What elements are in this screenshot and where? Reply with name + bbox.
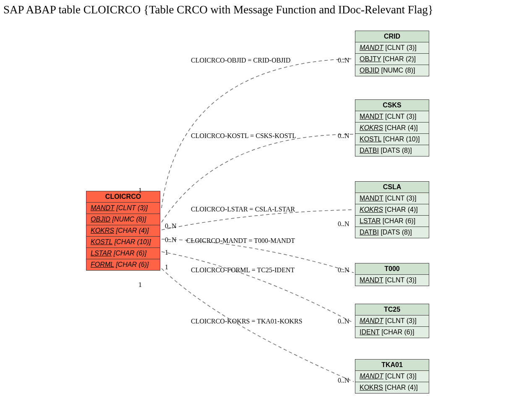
- entity-field: OBJID [NUMC (8)]: [86, 214, 160, 225]
- edge-label: CLOICRCO-FORML = TC25-IDENT: [191, 266, 295, 274]
- entity-field: KOKRS [CHAR (4)]: [355, 382, 429, 393]
- entity-header: CSLA: [355, 182, 429, 193]
- entity-header: TKA01: [355, 360, 429, 371]
- entity-csks: CSKS MANDT [CLNT (3)] KOKRS [CHAR (4)] K…: [355, 99, 429, 156]
- edge-label: CLOICRCO-MANDT = T000-MANDT: [186, 237, 295, 245]
- entity-field: MANDT [CLNT (3)]: [355, 371, 429, 382]
- cardinality: 1: [138, 187, 142, 194]
- cardinality: 0..N: [338, 318, 349, 325]
- edge-label: CLOICRCO-KOKRS = TKA01-KOKRS: [191, 318, 303, 325]
- cardinality: 0..N: [165, 236, 177, 244]
- cardinality: 0..N: [338, 220, 349, 228]
- entity-cloicrco: CLOICRCO MANDT [CLNT (3)] OBJID [NUMC (8…: [86, 191, 160, 271]
- entity-field: DATBI [DATS (8)]: [355, 145, 429, 156]
- entity-tc25: TC25 MANDT [CLNT (3)] IDENT [CHAR (6)]: [355, 304, 429, 338]
- entity-field: MANDT [CLNT (3)]: [355, 111, 429, 122]
- entity-field: KOSTL [CHAR (10)]: [86, 237, 160, 248]
- entity-field: DATBI [DATS (8)]: [355, 227, 429, 238]
- entity-tka01: TKA01 MANDT [CLNT (3)] KOKRS [CHAR (4)]: [355, 359, 429, 394]
- entity-header: CRID: [355, 31, 429, 42]
- cardinality: 0..N: [165, 222, 177, 230]
- entity-field: MANDT [CLNT (3)]: [86, 203, 160, 214]
- edge-label: CLOICRCO-LSTAR = CSLA-LSTAR: [191, 206, 295, 213]
- edge-label: CLOICRCO-KOSTL = CSKS-KOSTL: [191, 132, 296, 140]
- edge-label: CLOICRCO-OBJID = CRID-OBJID: [191, 57, 290, 64]
- entity-header: CSKS: [355, 100, 429, 111]
- cardinality: 0..N: [338, 377, 349, 384]
- entity-field: LSTAR [CHAR (6)]: [355, 216, 429, 227]
- entity-field: OBJID [NUMC (8)]: [355, 65, 429, 76]
- page-title: SAP ABAP table CLOICRCO {Table CRCO with…: [0, 0, 532, 16]
- cardinality: 0..N: [338, 266, 349, 274]
- cardinality: 1: [165, 249, 168, 256]
- entity-header: T000: [355, 263, 429, 275]
- entity-field: KOSTL [CHAR (10)]: [355, 134, 429, 145]
- entity-field: KOKRS [CHAR (4)]: [355, 122, 429, 134]
- entity-field: MANDT [CLNT (3)]: [355, 315, 429, 327]
- cardinality: 1: [165, 263, 168, 271]
- entity-field: MANDT [CLNT (3)]: [355, 275, 429, 286]
- entity-field: FORML [CHAR (6)]: [86, 259, 160, 270]
- entity-field: MANDT [CLNT (3)]: [355, 42, 429, 54]
- cardinality: 1: [138, 281, 142, 289]
- cardinality: 0..N: [338, 132, 349, 140]
- entity-field: OBJTY [CHAR (2)]: [355, 54, 429, 65]
- entity-field: MANDT [CLNT (3)]: [355, 193, 429, 204]
- entity-field: KOKRS [CHAR (4)]: [86, 225, 160, 237]
- entity-field: LSTAR [CHAR (6)]: [86, 248, 160, 259]
- entity-header: TC25: [355, 304, 429, 315]
- entity-t000: T000 MANDT [CLNT (3)]: [355, 263, 429, 286]
- entity-crid: CRID MANDT [CLNT (3)] OBJTY [CHAR (2)] O…: [355, 31, 429, 76]
- entity-field: KOKRS [CHAR (4)]: [355, 204, 429, 216]
- entity-csla: CSLA MANDT [CLNT (3)] KOKRS [CHAR (4)] L…: [355, 181, 429, 238]
- entity-field: IDENT [CHAR (6)]: [355, 327, 429, 338]
- entity-header: CLOICRCO: [86, 191, 160, 203]
- cardinality: 0..N: [338, 57, 349, 64]
